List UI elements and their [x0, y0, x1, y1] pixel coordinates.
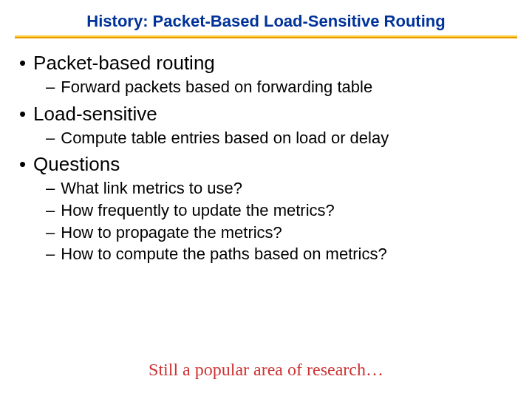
sub-bullet-text: How frequently to update the metrics?	[61, 200, 335, 222]
sub-list: – Forward packets based on forwarding ta…	[18, 76, 517, 98]
dash-icon: –	[46, 245, 55, 264]
slide-title: History: Packet-Based Load-Sensitive Rou…	[15, 7, 517, 35]
bullet-list: • Packet-based routing – Forward packets…	[18, 52, 517, 265]
slide: History: Packet-Based Load-Sensitive Rou…	[0, 0, 532, 399]
title-rule	[15, 35, 517, 38]
list-item: – What link metrics to use?	[46, 177, 517, 200]
bullet-icon: •	[18, 154, 26, 174]
bullet-row: • Questions	[18, 153, 517, 176]
footer-note: Still a popular area of research…	[0, 360, 532, 380]
dash-icon: –	[46, 201, 55, 220]
sub-bullet-text: Compute table entries based on load or d…	[61, 127, 389, 149]
bullet-text: Questions	[33, 153, 120, 176]
bullet-icon: •	[18, 53, 26, 72]
sub-list: – Compute table entries based on load or…	[18, 127, 517, 149]
bullet-row: • Load-sensitive	[18, 103, 517, 126]
dash-icon: –	[46, 129, 55, 148]
sub-bullet-text: What link metrics to use?	[61, 177, 242, 200]
list-item: • Questions – What link metrics to use? …	[18, 153, 517, 265]
sub-list: – What link metrics to use? – How freque…	[18, 177, 517, 265]
sub-bullet-text: Forward packets based on forwarding tabl…	[61, 76, 372, 98]
list-item: – Forward packets based on forwarding ta…	[46, 76, 517, 98]
sub-bullet-text: How to compute the paths based on metric…	[61, 243, 386, 265]
dash-icon: –	[46, 179, 55, 198]
bullet-icon: •	[18, 104, 26, 123]
bullet-text: Load-sensitive	[33, 103, 157, 126]
list-item: • Packet-based routing – Forward packets…	[18, 52, 517, 98]
bullet-text: Packet-based routing	[33, 52, 215, 75]
sub-bullet-text: How to propagate the metrics?	[61, 222, 282, 244]
list-item: – How to propagate the metrics?	[46, 222, 517, 244]
dash-icon: –	[46, 78, 55, 97]
list-item: – Compute table entries based on load or…	[46, 127, 517, 149]
slide-content: • Packet-based routing – Forward packets…	[15, 52, 517, 265]
bullet-row: • Packet-based routing	[18, 52, 517, 75]
dash-icon: –	[46, 223, 55, 242]
list-item: • Load-sensitive – Compute table entries…	[18, 103, 517, 149]
list-item: – How frequently to update the metrics?	[46, 200, 517, 222]
list-item: – How to compute the paths based on metr…	[46, 243, 517, 265]
